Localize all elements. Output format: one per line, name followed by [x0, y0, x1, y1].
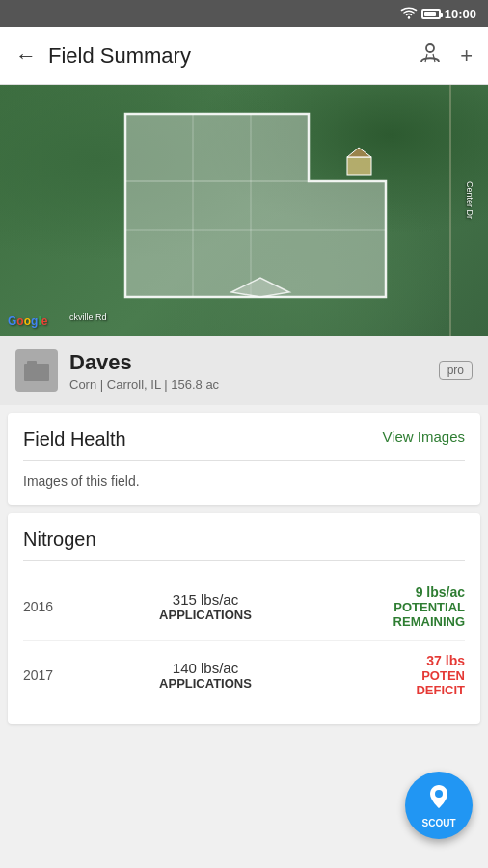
nitrogen-status-2016: 9 lbs/ac POTENTIALREMAINING	[330, 584, 465, 629]
card-header: Field Health View Images	[23, 428, 465, 460]
wifi-icon	[400, 7, 418, 20]
nitrogen-amount-2016: 9 lbs/ac	[330, 584, 465, 600]
scout-location-icon	[427, 783, 450, 816]
back-button[interactable]: ←	[15, 43, 37, 68]
nitrogen-app-label-2017: APPLICATIONS	[81, 676, 330, 691]
nitrogen-lbs-2016: 315 lbs/ac	[81, 591, 330, 608]
status-bar: 10:00	[0, 0, 488, 27]
battery-icon	[421, 9, 441, 19]
svg-rect-8	[347, 157, 371, 175]
nitrogen-divider	[23, 560, 465, 561]
status-icons: 10:00	[400, 7, 476, 21]
status-time: 10:00	[445, 7, 476, 21]
scout-fab-button[interactable]: SCOUT	[405, 772, 473, 839]
nitrogen-title: Nitrogen	[23, 529, 465, 551]
svg-rect-11	[27, 361, 37, 366]
field-health-description: Images of this field.	[23, 474, 140, 489]
pro-badge: pro	[439, 361, 473, 380]
nav-icons: +	[418, 41, 473, 71]
person-icon[interactable]	[418, 41, 443, 71]
field-health-card: Field Health View Images Images of this …	[8, 413, 480, 505]
svg-point-12	[435, 790, 443, 798]
nitrogen-center-2016: 315 lbs/ac APPLICATIONS	[81, 591, 330, 622]
svg-marker-2	[125, 114, 386, 297]
nitrogen-center-2017: 140 lbs/ac APPLICATIONS	[81, 660, 330, 691]
nitrogen-status-label-2016: POTENTIALREMAINING	[330, 600, 465, 629]
page-title: Field Summary	[48, 43, 418, 68]
field-name: Daves	[69, 350, 219, 375]
road-label: ckville Rd	[69, 312, 107, 322]
map-satellite: Google ckville Rd Center Dr	[0, 85, 488, 336]
nitrogen-year-2016: 2016	[23, 599, 81, 614]
field-outline	[116, 104, 415, 316]
map-container: Google ckville Rd Center Dr	[0, 85, 488, 336]
field-info: Daves Corn | Carroll, IL | 156.8 ac pro	[0, 336, 488, 405]
svg-point-0	[408, 16, 410, 18]
nitrogen-status-label-2017: POTENDEFICIT	[330, 668, 465, 697]
nitrogen-amount-2017: 37 lbs	[330, 653, 465, 668]
svg-rect-10	[24, 364, 49, 381]
field-sub: Corn | Carroll, IL | 156.8 ac	[69, 377, 219, 392]
center-dr-label: Center Dr	[465, 181, 474, 219]
svg-marker-9	[347, 148, 371, 157]
nitrogen-row-2017: 2017 140 lbs/ac APPLICATIONS 37 lbs POTE…	[23, 641, 465, 709]
nav-bar: ← Field Summary +	[0, 27, 488, 85]
nitrogen-year-2017: 2017	[23, 667, 81, 683]
field-info-left: Daves Corn | Carroll, IL | 156.8 ac	[15, 349, 219, 392]
card-divider	[23, 460, 465, 461]
add-button[interactable]: +	[460, 43, 473, 68]
field-details: Daves Corn | Carroll, IL | 156.8 ac	[69, 350, 219, 392]
svg-point-1	[426, 44, 434, 52]
nitrogen-card: Nitrogen 2016 315 lbs/ac APPLICATIONS 9 …	[8, 513, 480, 724]
view-images-button[interactable]: View Images	[382, 428, 465, 445]
google-watermark: Google	[8, 314, 47, 328]
field-avatar	[15, 349, 58, 392]
nitrogen-row-2016: 2016 315 lbs/ac APPLICATIONS 9 lbs/ac PO…	[23, 573, 465, 641]
scout-fab-label: SCOUT	[422, 818, 456, 828]
nitrogen-status-2017: 37 lbs POTENDEFICIT	[330, 653, 465, 697]
field-health-title: Field Health	[23, 428, 126, 450]
nitrogen-app-label-2016: APPLICATIONS	[81, 608, 330, 622]
nitrogen-lbs-2017: 140 lbs/ac	[81, 660, 330, 676]
